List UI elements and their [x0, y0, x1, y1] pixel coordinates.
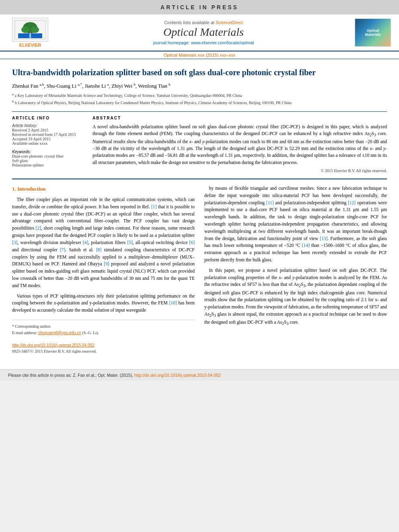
- keyword-3: Polarization splitter: [12, 163, 84, 167]
- page-wrapper: ARTICLE IN PRESS ELSEVIER: [0, 0, 399, 381]
- svg-rect-7: [29, 33, 31, 39]
- body-section: 1. Introduction The fiber coupler plays …: [12, 179, 387, 355]
- science-direct-note: Contents lists available at ScienceDirec…: [52, 20, 355, 25]
- author-wenlong-tian: Wenlong Tian b: [138, 83, 171, 89]
- article-info-abstract-section: ARTICLE INFO Article history: Received 2…: [12, 111, 387, 173]
- author-jianshe-li: Jianshe Li a: [84, 83, 109, 89]
- accepted-date: Accepted 19 April 2015: [12, 137, 84, 141]
- homepage-url[interactable]: www.elsevier.com/locate/optmat: [191, 40, 254, 45]
- email-link[interactable]: shuguangli@ysu.edu.cn: [38, 331, 81, 335]
- revised-date: Received in revised form 17 April 2015: [12, 132, 84, 137]
- journal-homepage: journal homepage: www.elsevier.com/locat…: [52, 40, 355, 45]
- abstract-column: ABSTRACT A novel ultra-bandwidth polariz…: [93, 116, 387, 173]
- author-shuguang-li: Shu-Guang Li a,*: [47, 83, 82, 89]
- ref-8-link[interactable]: [8]: [96, 247, 101, 252]
- keyword-2: Soft glass: [12, 158, 84, 163]
- available-online: Available online xxxx: [12, 141, 84, 146]
- ref-13-link[interactable]: [13]: [320, 236, 327, 241]
- intro-para4: In this paper, we propose a novel polari…: [204, 267, 387, 327]
- footer-notes: * Corresponding author. E-mail address: …: [12, 320, 195, 355]
- article-history-section: Article history: Received 2 April 2015 R…: [12, 123, 84, 146]
- bottom-bar: Please cite this article in press as: Z.…: [0, 369, 399, 381]
- body-right-col: by means of flexible triangular and curv…: [204, 185, 387, 355]
- corresponding-label: * Corresponding author.: [12, 324, 51, 329]
- journal-name: Optical Materials: [52, 26, 355, 39]
- affiliations: a a Key Laboratory of Metastable Materia…: [12, 92, 387, 106]
- ref-6-link[interactable]: [6]: [189, 240, 195, 245]
- ref-1-link[interactable]: [1]: [151, 204, 156, 209]
- ref-9-link[interactable]: [9]: [104, 261, 109, 266]
- ref-7-link[interactable]: [7]: [60, 247, 65, 252]
- author-zhenkai-fan: Zhenkai Fan a,b: [12, 83, 44, 89]
- ref-2-link[interactable]: [2]: [36, 226, 41, 230]
- ref-3-link[interactable]: [3]: [12, 240, 17, 245]
- main-content: Ultra-bandwidth polarization splitter ba…: [0, 59, 399, 363]
- email-note: E-mail address: shuguangli@ysu.edu.cn (S…: [12, 330, 195, 336]
- elsevier-logo-image: [12, 18, 48, 42]
- keyword-1: Dual-core photonic crystal fiber: [12, 154, 84, 158]
- intro-section-title: 1. Introduction: [12, 185, 195, 193]
- science-direct-link[interactable]: ScienceDirect: [216, 20, 243, 25]
- elsevier-logo: ELSEVIER: [8, 18, 52, 47]
- banner-text: ARTICLE IN PRESS: [160, 4, 239, 10]
- authors-line: Zhenkai Fan a,b, Shu-Guang Li a,*, Jians…: [12, 82, 387, 89]
- svg-point-3: [31, 27, 39, 33]
- intro-para2: Various types of PCF splitting-structure…: [12, 293, 195, 314]
- affiliation-b: b b Laboratory of Optical Physics, Beiji…: [12, 99, 387, 106]
- keywords-label: Keywords:: [12, 150, 84, 154]
- issn-note: 0925-3467/© 2015 Elsevier B.V. All right…: [12, 348, 195, 355]
- journal-citation-line: Optical Materials xxx (2015) xxx–xxx: [0, 51, 399, 59]
- doi-link[interactable]: http://dx.doi.org/10.1016/j.optmat.2015.…: [12, 343, 95, 347]
- abstract-text: A novel ultra-bandwidth polarization spl…: [93, 123, 387, 166]
- optical-materials-badge: OpticalMaterials: [355, 18, 391, 47]
- body-left-col: 1. Introduction The fiber coupler plays …: [12, 185, 195, 355]
- journal-header: ELSEVIER Contents lists available at Sci…: [0, 14, 399, 51]
- intro-para3: by means of flexible triangular and curv…: [204, 185, 387, 264]
- article-in-press-banner: ARTICLE IN PRESS: [0, 0, 399, 14]
- email-suffix: (S.-G. Li).: [82, 331, 99, 335]
- ref-5-link[interactable]: [5]: [127, 240, 132, 245]
- svg-rect-6: [31, 33, 42, 38]
- article-info-column: ARTICLE INFO Article history: Received 2…: [12, 116, 84, 173]
- body-two-col: 1. Introduction The fiber coupler plays …: [12, 185, 387, 355]
- ref-10-link[interactable]: [10]: [169, 300, 177, 305]
- please-cite-text: Please cite this article in press as: Z.…: [8, 373, 133, 378]
- keywords-section: Keywords: Dual-core photonic crystal fib…: [12, 150, 84, 167]
- history-label: Article history:: [12, 123, 84, 128]
- ref-12-link[interactable]: [12]: [348, 200, 356, 205]
- intro-para1: The fiber coupler plays an important rol…: [12, 196, 195, 290]
- ref-11-link[interactable]: [11]: [266, 200, 274, 205]
- article-info-heading: ARTICLE INFO: [12, 116, 84, 120]
- elsevier-brand-text: ELSEVIER: [19, 43, 41, 47]
- article-title: Ultra-bandwidth polarization splitter ba…: [12, 67, 387, 78]
- homepage-label: journal homepage:: [153, 40, 190, 45]
- copyright-line: © 2015 Elsevier B.V. All rights reserved…: [93, 168, 387, 173]
- svg-point-2: [21, 27, 29, 33]
- cite-doi-link[interactable]: http://dx.doi.org/10.1016/j.optmat.2015.…: [134, 373, 221, 378]
- received-date: Received 2 April 2015: [12, 128, 84, 132]
- doi-note: http://dx.doi.org/10.1016/j.optmat.2015.…: [12, 342, 195, 349]
- affiliation-a: a a Key Laboratory of Metastable Materia…: [12, 92, 387, 99]
- ref-4-link[interactable]: [4]: [83, 240, 88, 245]
- journal-title-area: Contents lists available at ScienceDirec…: [52, 20, 355, 45]
- ref-14-link[interactable]: [14]: [302, 243, 310, 248]
- svg-rect-5: [18, 33, 29, 38]
- email-label: E-mail address:: [12, 331, 37, 335]
- author-zhiyi-wei: Zhiyi Wei b: [111, 83, 136, 89]
- badge-text: OpticalMaterials: [365, 29, 380, 37]
- corresponding-author-note: * Corresponding author.: [12, 323, 195, 330]
- abstract-heading: ABSTRACT: [93, 116, 387, 120]
